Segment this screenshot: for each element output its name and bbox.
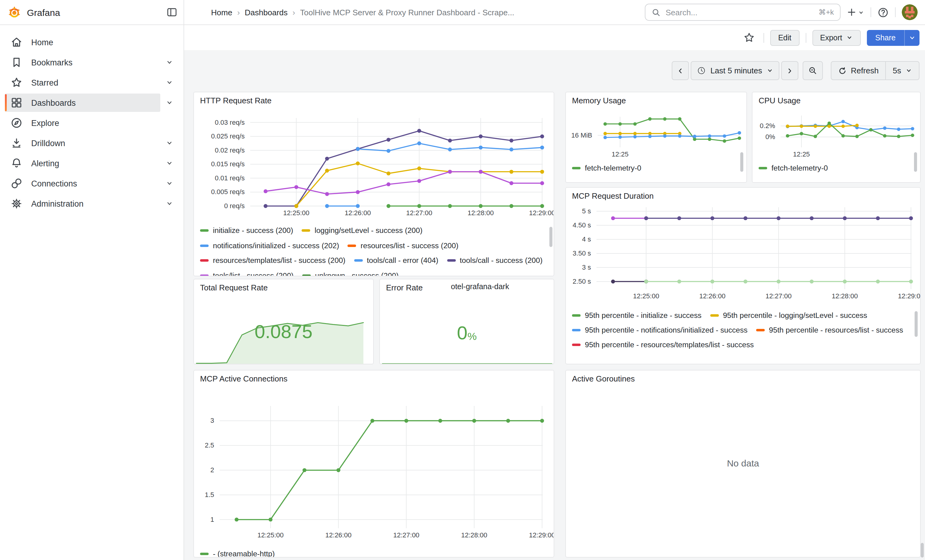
svg-text:0.005 req/s: 0.005 req/s [211, 188, 245, 196]
svg-text:12:25: 12:25 [793, 150, 810, 158]
help-icon[interactable] [877, 6, 889, 18]
chevron-down-icon[interactable] [160, 99, 179, 107]
legend-item[interactable]: 95th percentile - logging/setLevel - suc… [710, 308, 867, 323]
svg-text:3 s: 3 s [582, 263, 591, 271]
zoom-out-button[interactable] [802, 61, 823, 80]
legend-swatch [200, 230, 209, 232]
chevron-down-icon[interactable] [160, 180, 179, 187]
sidebar-item[interactable]: Dashboards [5, 93, 179, 112]
breadcrumb-item[interactable]: ToolHive MCP Server & Proxy Runner Dashb… [300, 8, 514, 17]
svg-text:2: 2 [211, 466, 214, 474]
sidebar-item[interactable]: Alerting [5, 154, 179, 173]
panel-http-request-rate: HTTP Request Rate 0 req/s0.005 req/s0.01… [193, 92, 554, 276]
sidebar-item[interactable]: Home [5, 33, 179, 51]
legend-item[interactable]: 95th percentile - initialize - success [572, 308, 701, 323]
svg-text:0.015 req/s: 0.015 req/s [211, 160, 245, 168]
panel-title: Memory Usage [572, 96, 626, 105]
legend-item[interactable]: tools/call - success (200) [447, 253, 542, 268]
chevron-left-icon [676, 67, 684, 74]
legend-scrollbar[interactable] [914, 311, 917, 337]
refresh-group: Refresh 5s [830, 61, 919, 80]
svg-text:12:27:00: 12:27:00 [393, 531, 419, 539]
user-avatar[interactable] [902, 4, 917, 20]
mcp-active-connections-chart[interactable]: 32.521.5112:25:0012:26:0012:27:0012:28:0… [194, 371, 554, 544]
sidebar-item[interactable]: Bookmarks [5, 53, 179, 72]
favorite-star-icon[interactable] [743, 32, 755, 44]
panel-title: Error Rate [386, 283, 423, 292]
legend-item[interactable]: fetch-telemetry-0 [572, 161, 642, 176]
panel-mcp-active-connections: MCP Active Connections 32.521.5112:25:00… [193, 370, 554, 557]
page-scrollbar[interactable] [921, 543, 924, 557]
legend-scrollbar[interactable] [740, 152, 743, 172]
legend-item[interactable]: 95th percentile - resources/list - succe… [756, 323, 903, 338]
legend-item[interactable]: 95th percentile - resources/templates/li… [572, 338, 754, 352]
svg-text:0%: 0% [765, 133, 775, 141]
breadcrumb-item[interactable]: Home [211, 8, 232, 17]
mcp-request-duration-chart[interactable]: 5 s4.50 s4 s3.50 s3 s2.50 s12:25:0012:26… [566, 188, 920, 305]
legend-item[interactable]: logging/setLevel - success (200) [301, 223, 422, 238]
svg-text:12:28:00: 12:28:00 [461, 531, 487, 539]
svg-text:12:26:00: 12:26:00 [699, 292, 726, 300]
panel-title: Total Request Rate [200, 283, 268, 292]
sidebar-item[interactable]: Drilldown [5, 134, 179, 152]
legend-item[interactable]: resources/templates/list - success (200) [200, 253, 345, 268]
time-shift-back-button[interactable] [672, 61, 689, 80]
chevron-down-icon [905, 67, 912, 74]
sidebar-item[interactable]: Administration [5, 194, 179, 213]
time-shift-forward-button[interactable] [781, 61, 798, 80]
chevron-down-icon[interactable] [160, 200, 179, 207]
panel-memory-usage: Memory Usage 16 MiB12:25 fetch-telemetry… [565, 92, 747, 183]
no-data-message: No data [566, 458, 920, 468]
svg-text:1.5: 1.5 [205, 491, 214, 498]
cpu-legend: fetch-telemetry-0 [759, 161, 899, 177]
legend-swatch [200, 245, 209, 247]
home-icon [11, 36, 23, 48]
refresh-button[interactable]: Refresh [831, 62, 885, 80]
svg-text:12:26:00: 12:26:00 [345, 209, 371, 217]
legend-item[interactable]: tools/call - error (404) [354, 253, 438, 268]
share-caret[interactable] [904, 30, 919, 45]
refresh-interval-picker[interactable]: 5s [886, 62, 919, 80]
sidebar-item[interactable]: Connections [5, 174, 179, 192]
edit-button[interactable]: Edit [770, 30, 799, 45]
legend-item[interactable]: unknown - success (200) [302, 268, 399, 276]
add-button[interactable] [847, 8, 865, 17]
grafana-app: Grafana Home›Dashboards›ToolHive MCP Ser… [0, 0, 925, 560]
legend-item[interactable]: fetch-telemetry-0 [759, 161, 828, 176]
search-box[interactable]: ⌘+k [645, 4, 841, 21]
export-button[interactable]: Export [812, 30, 860, 45]
legend-item[interactable]: - (streamable-http) [200, 546, 275, 557]
clock-icon [697, 66, 706, 75]
http-request-rate-chart[interactable]: 0 req/s0.005 req/s0.01 req/s0.015 req/s0… [194, 92, 554, 222]
sidebar-item[interactable]: Explore [5, 114, 179, 132]
legend-item[interactable]: tools/list - success (200) [200, 268, 294, 276]
legend-scrollbar[interactable] [549, 227, 553, 247]
connections-legend: - (streamable-http) [200, 546, 542, 557]
sidebar-toggle-icon[interactable] [166, 7, 178, 18]
chevron-down-icon[interactable] [160, 159, 179, 167]
chevron-down-icon[interactable] [160, 79, 179, 86]
breadcrumb-item[interactable]: Dashboards [245, 8, 288, 17]
legend-item[interactable]: initialize - success (200) [200, 223, 293, 238]
search-input[interactable] [664, 7, 815, 17]
legend-item[interactable]: resources/list - success (200) [348, 238, 458, 253]
legend-item[interactable]: 95th percentile - notifications/initiali… [572, 323, 747, 338]
legend-scrollbar[interactable] [914, 152, 917, 172]
svg-text:0.025 req/s: 0.025 req/s [211, 132, 245, 140]
share-split-button[interactable]: Share [866, 30, 919, 45]
grafana-logo[interactable] [8, 6, 21, 19]
share-button[interactable]: Share [866, 30, 904, 45]
sidebar-item[interactable]: Starred [5, 74, 179, 92]
time-range-picker[interactable]: Last 5 minutes [691, 61, 779, 80]
chevron-down-icon[interactable] [160, 140, 179, 147]
sidebar-item-label: Connections [31, 179, 77, 188]
chevron-down-icon[interactable] [160, 59, 179, 66]
floating-datasource-label: otel-grafana-dark [451, 282, 509, 291]
legend-swatch [302, 275, 311, 277]
legend-item[interactable]: notifications/initialized - success (202… [200, 238, 339, 253]
panel-title: MCP Active Connections [200, 374, 288, 383]
svg-text:12:25: 12:25 [612, 150, 628, 158]
http-legend: initialize - success (200) logging/setLe… [200, 223, 546, 276]
sidebar-item-label: Starred [31, 78, 59, 87]
legend-swatch [759, 167, 767, 170]
